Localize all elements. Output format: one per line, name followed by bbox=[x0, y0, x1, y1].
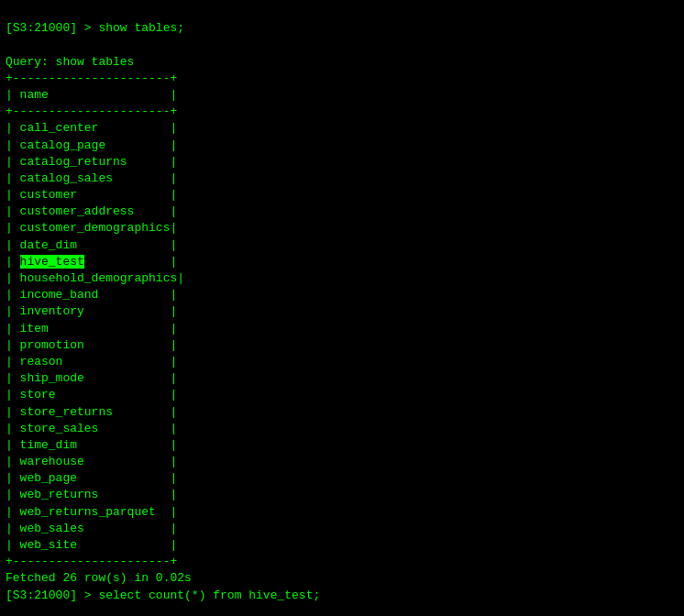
line-prompt-2: [S3:21000] > select count(*) from hive_t… bbox=[6, 588, 320, 602]
line-prompt-1: [S3:21000] > show tables; bbox=[6, 21, 184, 35]
line-query-label: Query: show tables +--------------------… bbox=[6, 55, 192, 586]
terminal-output: [S3:21000] > show tables; Query: show ta… bbox=[6, 4, 678, 616]
hive-test-highlight: hive_test bbox=[20, 255, 84, 269]
